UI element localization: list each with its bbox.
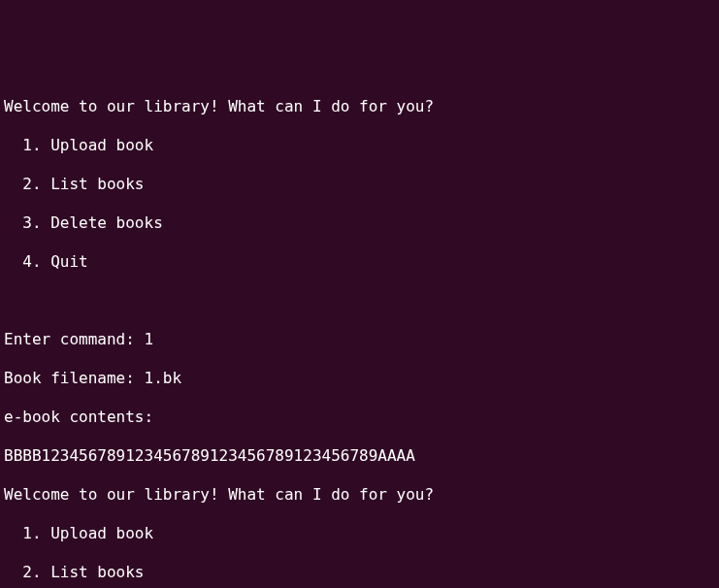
menu-option-upload: 1. Upload book [4,524,715,543]
prompt-filename: Book filename: 1.bk [4,369,715,388]
menu-option-quit: 4. Quit [4,252,715,272]
menu-welcome: Welcome to our library! What can I do fo… [4,485,715,505]
prompt-label: Book filename: [4,369,145,387]
prompt-label: Enter command: [4,330,145,348]
user-input-command: 1 [145,330,154,348]
menu-option-list: 2. List books [4,563,715,582]
menu-option-delete: 3. Delete books [4,213,715,233]
menu-option-list: 2. List books [4,175,715,194]
menu-option-upload: 1. Upload book [4,136,715,155]
user-input-filename: 1.bk [145,369,182,387]
blank-line [4,291,715,310]
terminal-output[interactable]: Welcome to our library! What can I do fo… [0,78,719,588]
ebook-contents-label: e-book contents: [4,408,715,427]
ebook-contents-value: BBBB123456789123456789123456789123456789… [4,446,715,466]
prompt-command-1: Enter command: 1 [4,330,715,349]
menu-welcome: Welcome to our library! What can I do fo… [4,97,715,116]
